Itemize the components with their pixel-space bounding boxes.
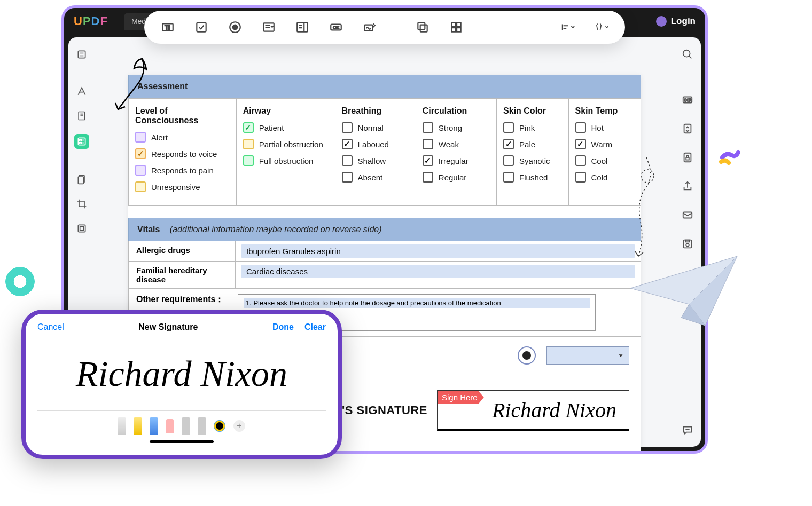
checkbox-icon[interactable] — [575, 139, 586, 149]
highlight-icon[interactable] — [75, 85, 88, 98]
text-field-icon[interactable]: T| — [160, 20, 175, 35]
dropdown-field[interactable] — [546, 346, 629, 365]
radio-field[interactable] — [518, 346, 536, 365]
clear-button[interactable]: Clear — [304, 322, 326, 332]
share-icon[interactable] — [681, 180, 694, 193]
allergic-label: Allergic drugs — [129, 241, 236, 261]
right-sidebar: OCR — [674, 37, 701, 447]
listbox-field-icon[interactable] — [295, 20, 310, 35]
login-button[interactable]: Login — [656, 16, 696, 27]
svg-rect-0 — [78, 51, 85, 58]
checkbox-icon[interactable] — [342, 172, 353, 183]
checkbox-icon[interactable] — [243, 122, 254, 133]
checkbox-icon[interactable] — [423, 172, 433, 183]
column-header: Airway — [243, 106, 329, 116]
forms-icon[interactable] — [74, 134, 89, 149]
checkbox-row[interactable]: Partial obstruction — [243, 139, 329, 149]
organize-icon[interactable] — [75, 173, 88, 186]
checkbox-row[interactable]: Warm — [575, 139, 634, 149]
tools-dropdown-icon[interactable] — [594, 20, 609, 35]
dropdown-field-icon[interactable] — [261, 20, 276, 35]
checkbox-row[interactable]: Irregular — [423, 155, 490, 166]
button-field-icon[interactable]: OK — [329, 20, 343, 35]
checkbox-icon[interactable] — [243, 139, 254, 149]
checkbox-icon[interactable] — [342, 122, 353, 133]
checkbox-icon[interactable] — [503, 155, 514, 166]
checkbox-row[interactable]: Unresponsive — [135, 181, 230, 192]
sign-here-badge: Sign Here — [438, 391, 484, 404]
convert-icon[interactable] — [681, 122, 694, 135]
checkbox-icon[interactable] — [243, 155, 254, 166]
checkbox-icon[interactable] — [135, 181, 146, 192]
marker-tool-icon[interactable] — [150, 417, 158, 435]
checkbox-row[interactable]: Strong — [423, 122, 490, 133]
checkbox-row[interactable]: Normal — [342, 122, 409, 133]
checkbox-icon[interactable] — [503, 172, 514, 183]
checkbox-icon[interactable] — [342, 139, 353, 149]
checkbox-row[interactable]: Responds to voice — [135, 148, 230, 159]
signature-field-icon[interactable] — [362, 20, 377, 35]
checkbox-row[interactable]: Responds to pain — [135, 165, 230, 176]
checkbox-icon[interactable] — [135, 165, 146, 176]
checkbox-icon[interactable] — [575, 122, 586, 133]
grid-icon[interactable] — [449, 20, 464, 35]
checkbox-row[interactable]: Shallow — [342, 155, 409, 166]
copy-icon[interactable] — [415, 20, 430, 35]
allergic-value-cell[interactable]: Ibuprofen Granules aspirin — [236, 241, 641, 261]
checkbox-row[interactable]: Full obstruction — [243, 155, 329, 166]
checkbox-icon[interactable] — [423, 139, 433, 149]
svg-rect-33 — [451, 22, 456, 27]
checkbox-icon[interactable] — [423, 155, 433, 166]
checkbox-icon[interactable] — [423, 122, 433, 133]
comment-icon[interactable] — [682, 424, 693, 436]
checkbox-row[interactable]: Pink — [503, 122, 561, 133]
checkbox-row[interactable]: Flushed — [503, 172, 561, 183]
checkbox-row[interactable]: Alert — [135, 132, 230, 143]
checkbox-row[interactable]: Hot — [575, 122, 634, 133]
highlighter-tool-icon[interactable] — [134, 417, 142, 435]
watermark-icon[interactable] — [75, 222, 88, 235]
signature-value: Richard Nixon — [492, 398, 616, 423]
annotate-icon[interactable] — [75, 109, 88, 122]
eraser-tool-icon[interactable] — [166, 419, 174, 433]
crop-icon[interactable] — [75, 197, 88, 210]
align-dropdown-icon[interactable] — [560, 20, 575, 35]
checkbox-row[interactable]: Weak — [423, 139, 490, 149]
checkbox-icon[interactable] — [342, 155, 353, 166]
checkbox-icon[interactable] — [135, 148, 146, 159]
ruler-tool-icon[interactable] — [198, 417, 206, 435]
checkbox-row[interactable]: Pale — [503, 139, 561, 149]
checkbox-icon[interactable] — [503, 139, 514, 149]
email-icon[interactable] — [681, 209, 694, 222]
familial-value-cell[interactable]: Cardiac diseases — [236, 262, 641, 288]
checkbox-row[interactable]: Absent — [342, 172, 409, 183]
color-picker-icon[interactable] — [214, 421, 225, 431]
pen-tool-icon[interactable] — [118, 417, 126, 435]
radio-field-icon[interactable] — [228, 20, 243, 35]
checkbox-icon[interactable] — [503, 122, 514, 133]
checkbox-field-icon[interactable] — [194, 20, 209, 35]
checkbox-icon[interactable] — [135, 132, 146, 143]
add-tool-button[interactable]: + — [233, 420, 245, 432]
thumbnails-icon[interactable] — [75, 48, 88, 61]
protect-icon[interactable] — [681, 151, 694, 164]
search-icon[interactable] — [681, 48, 694, 61]
checkbox-label: Full obstruction — [259, 156, 314, 165]
save-icon[interactable] — [681, 238, 694, 250]
checkbox-icon[interactable] — [575, 155, 586, 166]
phone-header: Cancel New Signature Done Clear — [37, 322, 326, 332]
done-button[interactable]: Done — [272, 322, 294, 332]
checkbox-icon[interactable] — [575, 172, 586, 183]
signature-field[interactable]: Sign Here Richard Nixon — [437, 390, 629, 431]
checkbox-row[interactable]: Regular — [423, 172, 490, 183]
checkbox-row[interactable]: Patient — [243, 122, 329, 133]
checkbox-label: Absent — [358, 173, 383, 182]
cancel-button[interactable]: Cancel — [37, 322, 64, 332]
pencil-tool-icon[interactable] — [182, 417, 190, 435]
ocr-icon[interactable]: OCR — [681, 93, 694, 106]
checkbox-row[interactable]: Syanotic — [503, 155, 561, 166]
signature-canvas[interactable]: Richard Nixon — [37, 337, 326, 411]
svg-point-20 — [233, 25, 238, 30]
checkbox-label: Pink — [519, 123, 535, 132]
checkbox-row[interactable]: Laboued — [342, 139, 409, 149]
